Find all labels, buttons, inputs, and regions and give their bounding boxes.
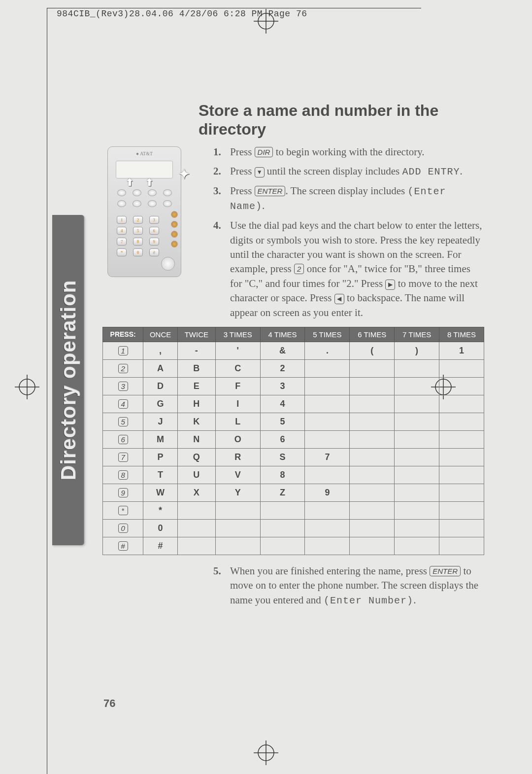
crop-mark-top — [47, 8, 421, 8]
section-tab-label: Directory operation — [57, 280, 80, 480]
step-number: 2. — [213, 164, 230, 179]
table-cell — [395, 377, 439, 395]
table-cell: 6 — [260, 430, 305, 448]
table-cell: V — [215, 466, 260, 484]
table-cell: T — [143, 466, 178, 484]
table-header-cell: 3 TIMES — [215, 327, 260, 342]
table-cell: - — [177, 342, 215, 359]
table-cell: F — [215, 377, 260, 395]
step-4: 4. Use the dial pad keys and the chart b… — [213, 218, 484, 320]
dialpad-key-icon: # — [118, 541, 128, 551]
dialpad-key-icon: 6 — [118, 435, 128, 444]
step-1: 1. Press DIR to begin working with the d… — [213, 145, 484, 159]
crop-mark-left — [47, 8, 47, 774]
table-header-cell: 6 TIMES — [350, 327, 395, 342]
table-cell — [350, 430, 395, 448]
table-cell: D — [143, 377, 178, 395]
table-cell — [395, 430, 439, 448]
table-cell — [177, 519, 215, 537]
table-cell: 2 — [260, 359, 305, 377]
table-cell — [439, 484, 484, 501]
table-cell: I — [215, 395, 260, 413]
table-cell — [439, 430, 484, 448]
lcd-text: (Enter Number) — [324, 595, 413, 606]
table-cell: S — [260, 448, 305, 466]
table-cell: L — [215, 413, 260, 430]
table-row: 4GHI4 — [103, 395, 484, 413]
table-cell — [395, 395, 439, 413]
table-cell: Y — [215, 484, 260, 501]
enter-key-icon: ENTER — [255, 186, 286, 196]
table-cell: 9 — [305, 484, 350, 501]
table-header-cell: 4 TIMES — [260, 327, 305, 342]
table-cell — [439, 377, 484, 395]
step-number: 1. — [213, 145, 230, 159]
table-row: ** — [103, 501, 484, 519]
table-cell: & — [260, 342, 305, 359]
table-row: 9WXYZ9 — [103, 484, 484, 501]
page-title: Store a name and number in the directory — [199, 101, 484, 139]
table-cell — [395, 501, 439, 519]
table-cell — [305, 537, 350, 555]
dialpad-key-icon: 7 — [118, 453, 128, 462]
table-key-cell: 4 — [103, 395, 143, 413]
table-cell — [350, 501, 395, 519]
table-row: 6MNO6 — [103, 430, 484, 448]
lcd-text: ADD ENTRY — [402, 166, 460, 177]
table-cell — [439, 359, 484, 377]
table-key-cell: 5 — [103, 413, 143, 430]
table-cell: H — [177, 395, 215, 413]
table-cell: U — [177, 466, 215, 484]
table-cell: A — [143, 359, 178, 377]
table-cell: 0 — [143, 519, 178, 537]
table-cell — [350, 395, 395, 413]
enter-key-icon: ENTER — [430, 566, 461, 576]
table-header-cell: 7 TIMES — [395, 327, 439, 342]
table-cell — [305, 395, 350, 413]
table-cell: K — [177, 413, 215, 430]
table-cell: , — [143, 342, 178, 359]
step-number: 4. — [213, 218, 230, 320]
table-cell: J — [143, 413, 178, 430]
table-cell: 5 — [260, 413, 305, 430]
table-cell — [215, 519, 260, 537]
dir-key-icon: DIR — [255, 147, 273, 157]
dialpad-key-icon: 2 — [118, 364, 128, 373]
table-cell — [177, 537, 215, 555]
table-header-cell: TWICE — [177, 327, 215, 342]
table-cell — [439, 413, 484, 430]
table-cell: 1 — [439, 342, 484, 359]
table-cell — [395, 413, 439, 430]
table-cell: # — [143, 537, 178, 555]
table-cell: 4 — [260, 395, 305, 413]
dialpad-key-icon: 4 — [118, 399, 128, 409]
table-cell — [305, 359, 350, 377]
step-2: 2. Press ▼ until the screen display incl… — [213, 164, 484, 179]
dialpad-key-icon: 8 — [118, 470, 128, 480]
table-cell: M — [143, 430, 178, 448]
table-cell — [260, 537, 305, 555]
table-cell — [439, 519, 484, 537]
table-cell: E — [177, 377, 215, 395]
table-cell — [439, 501, 484, 519]
table-cell: 3 — [260, 377, 305, 395]
table-cell — [350, 484, 395, 501]
table-cell: P — [143, 448, 178, 466]
table-cell — [260, 501, 305, 519]
table-row: 5JKL5 — [103, 413, 484, 430]
table-key-cell: 0 — [103, 519, 143, 537]
table-row: 2ABC2 — [103, 359, 484, 377]
table-key-cell: # — [103, 537, 143, 555]
table-key-cell: 8 — [103, 466, 143, 484]
table-cell — [395, 537, 439, 555]
table-cell: ' — [215, 342, 260, 359]
step-number: 3. — [213, 184, 230, 213]
table-cell — [350, 537, 395, 555]
table-cell: G — [143, 395, 178, 413]
table-cell — [395, 359, 439, 377]
table-key-cell: 9 — [103, 484, 143, 501]
table-cell: 8 — [260, 466, 305, 484]
table-cell — [395, 484, 439, 501]
step-text: Press ▼ until the screen display include… — [230, 164, 484, 179]
table-cell — [395, 519, 439, 537]
